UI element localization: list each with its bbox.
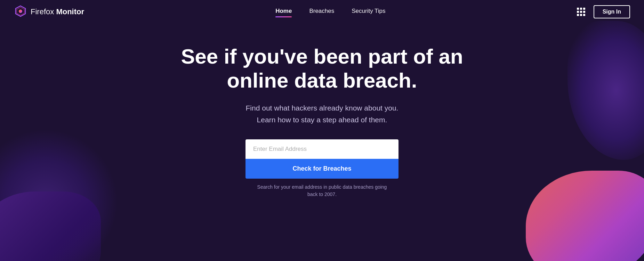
navbar: Firefox Monitor Home Breaches Security T… xyxy=(0,0,644,24)
grid-dot xyxy=(577,8,579,10)
logo-icon xyxy=(14,5,27,18)
email-input[interactable] xyxy=(245,139,399,159)
apps-grid-icon[interactable] xyxy=(577,8,585,16)
grid-dot xyxy=(580,11,582,13)
grid-dot xyxy=(577,14,579,16)
check-breaches-button[interactable]: Check for Breaches xyxy=(245,159,399,179)
svg-point-2 xyxy=(19,10,22,13)
nav-home[interactable]: Home xyxy=(275,8,292,16)
logo[interactable]: Firefox Monitor xyxy=(14,5,84,18)
hero-title: See if you've been part of an online dat… xyxy=(166,44,478,92)
grid-dot xyxy=(583,11,585,13)
grid-dot xyxy=(583,14,585,16)
logo-text: Firefox Monitor xyxy=(31,7,84,16)
nav-security-tips[interactable]: Security Tips xyxy=(352,8,385,16)
form-hint: Search for your email address in public … xyxy=(256,183,388,198)
breach-check-form: Check for Breaches xyxy=(245,139,399,179)
navbar-right: Sign In xyxy=(577,5,630,18)
sign-in-button[interactable]: Sign In xyxy=(594,5,630,18)
grid-dot xyxy=(577,11,579,13)
grid-dot xyxy=(583,8,585,10)
nav-links: Home Breaches Security Tips xyxy=(275,8,385,16)
hero-subtitle: Find out what hackers already know about… xyxy=(246,102,399,125)
grid-dot xyxy=(580,14,582,16)
grid-dot xyxy=(580,8,582,10)
nav-breaches[interactable]: Breaches xyxy=(309,8,334,16)
hero-section: See if you've been part of an online dat… xyxy=(0,24,644,212)
